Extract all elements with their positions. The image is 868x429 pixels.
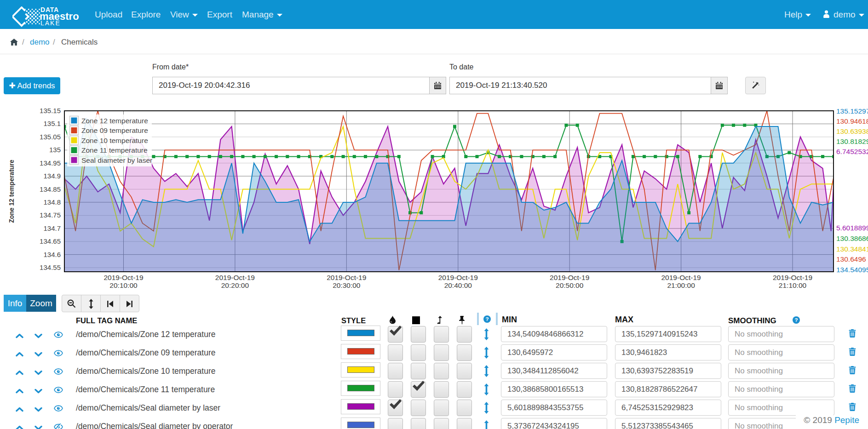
svg-text:2019-Oct-19: 2019-Oct-19 — [327, 274, 366, 281]
svg-text:6.7452532: 6.7452532 — [836, 148, 868, 155]
svg-text:Zone 11 temperature: Zone 11 temperature — [81, 146, 148, 154]
svg-text:Zone 12 temperature: Zone 12 temperature — [81, 117, 148, 125]
svg-text:21:10:00: 21:10:00 — [779, 281, 807, 289]
svg-text:20:10:00: 20:10:00 — [109, 281, 138, 289]
svg-text:20:30:00: 20:30:00 — [333, 281, 361, 289]
svg-text:135.1: 135.1 — [43, 120, 61, 127]
svg-text:135.05: 135.05 — [40, 133, 61, 141]
svg-text:130.38686: 130.38686 — [836, 235, 868, 242]
svg-text:130.63938: 130.63938 — [836, 127, 868, 135]
svg-text:2019-Oct-19: 2019-Oct-19 — [438, 274, 478, 281]
svg-text:20:20:00: 20:20:00 — [221, 281, 249, 289]
svg-text:134.9: 134.9 — [43, 172, 61, 180]
svg-text:135.15: 135.15 — [40, 107, 61, 114]
svg-text:2019-Oct-19: 2019-Oct-19 — [661, 274, 701, 281]
svg-text:2019-Oct-19: 2019-Oct-19 — [550, 274, 589, 281]
svg-text:134.55: 134.55 — [40, 263, 61, 271]
svg-text:130.6496: 130.6496 — [836, 255, 866, 263]
svg-text:2019-Oct-19: 2019-Oct-19 — [103, 274, 143, 281]
svg-text:130.81829: 130.81829 — [836, 137, 868, 145]
svg-text:130.94618: 130.94618 — [836, 117, 868, 125]
svg-text:135.15297: 135.15297 — [836, 107, 868, 115]
svg-text:21:00:00: 21:00:00 — [667, 281, 695, 289]
svg-text:2019-Oct-19: 2019-Oct-19 — [773, 274, 812, 281]
svg-text:134.65: 134.65 — [40, 237, 61, 245]
svg-text:134.8: 134.8 — [43, 198, 61, 206]
svg-text:134.95: 134.95 — [40, 159, 61, 167]
svg-text:5.6018899: 5.6018899 — [836, 224, 868, 232]
svg-text:Seal diameter by laser: Seal diameter by laser — [81, 156, 152, 164]
svg-text:134.7: 134.7 — [43, 224, 61, 232]
svg-text:134.85: 134.85 — [40, 185, 61, 193]
svg-text:130.34841: 130.34841 — [836, 245, 868, 253]
svg-text:134.6: 134.6 — [43, 251, 61, 258]
svg-text:2019-Oct-19: 2019-Oct-19 — [215, 274, 255, 281]
svg-text:20:40:00: 20:40:00 — [444, 281, 472, 289]
svg-text:?: ? — [794, 317, 798, 323]
svg-text:?: ? — [485, 316, 489, 322]
svg-text:Zone 10 temperature: Zone 10 temperature — [81, 137, 148, 144]
svg-text:Zone 09 temperature: Zone 09 temperature — [81, 126, 148, 134]
svg-text:134.75: 134.75 — [40, 211, 61, 219]
svg-text:Zone 12 temperature: Zone 12 temperature — [8, 160, 15, 223]
svg-text:135: 135 — [49, 146, 61, 154]
svg-text:134.54095: 134.54095 — [836, 266, 868, 274]
svg-text:20:50:00: 20:50:00 — [556, 281, 584, 289]
